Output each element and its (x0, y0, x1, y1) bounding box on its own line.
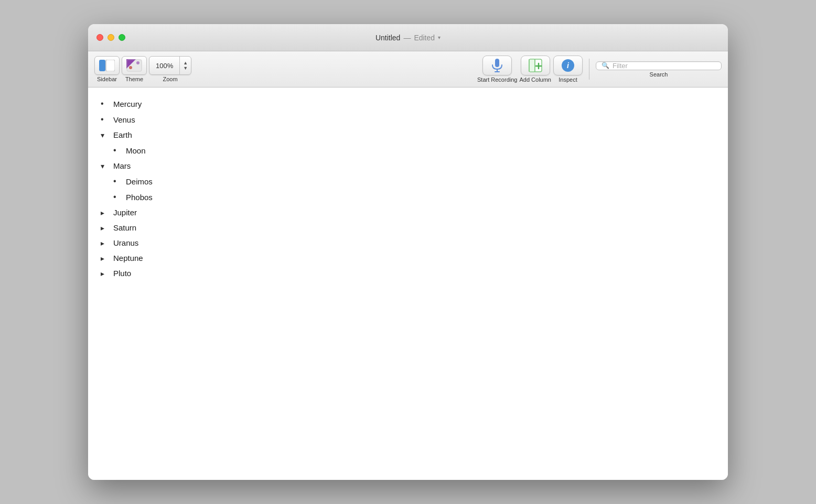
tree-item-label: Uranus (113, 238, 138, 247)
sidebar-label: Sidebar (97, 76, 117, 82)
toolbar: Sidebar Theme 100% ▲ ▼ (88, 51, 728, 87)
tree-item-label: Saturn (113, 223, 136, 232)
bullet-icon (113, 146, 124, 155)
bullet-icon (113, 192, 124, 202)
tree-item-pluto[interactable]: Pluto (88, 266, 728, 281)
bullet-icon (101, 115, 111, 124)
tree-item-jupiter[interactable]: Jupiter (88, 205, 728, 220)
svg-point-6 (136, 61, 139, 64)
tree-item-label: Pluto (113, 269, 131, 278)
zoom-arrows[interactable]: ▲ ▼ (179, 57, 191, 74)
zoom-toolbar-item[interactable]: 100% ▲ ▼ Zoom (149, 56, 191, 82)
svg-rect-8 (495, 59, 499, 67)
search-icon: 🔍 (602, 62, 609, 69)
svg-rect-0 (99, 60, 105, 71)
tree-item-mars[interactable]: Mars (88, 158, 728, 173)
tree-item-label: Mars (113, 161, 131, 170)
sidebar-toolbar-item[interactable]: Sidebar (94, 56, 120, 82)
inspect-icon: i (562, 59, 574, 72)
tree-item-label: Venus (113, 115, 135, 124)
chevron-right-icon (101, 254, 111, 262)
chevron-right-icon (101, 269, 111, 278)
tree-item-venus[interactable]: Venus (88, 112, 728, 127)
tree-item-uranus[interactable]: Uranus (88, 235, 728, 250)
add-column-icon (529, 59, 542, 72)
tree-item-mercury[interactable]: Mercury (88, 96, 728, 112)
add-column-toolbar-item[interactable]: Add Column (519, 56, 551, 83)
theme-toolbar-item[interactable]: Theme (122, 56, 147, 82)
svg-rect-1 (106, 60, 115, 71)
tree-item-deimos[interactable]: Deimos (88, 173, 728, 189)
titlebar: Untitled — Edited ▾ (88, 24, 728, 51)
title-separator: — (403, 34, 411, 42)
title-text: Untitled (375, 34, 400, 42)
microphone-icon (491, 59, 503, 72)
zoom-up-arrow[interactable]: ▲ (183, 61, 188, 65)
tree-item-label: Mercury (113, 100, 142, 108)
sidebar-icon (99, 60, 115, 71)
traffic-lights (96, 34, 125, 41)
minimize-button[interactable] (108, 34, 114, 41)
bullet-icon (113, 177, 124, 186)
search-label: Search (650, 71, 668, 78)
tree-item-label: Moon (126, 146, 146, 155)
inspect-label: Inspect (559, 76, 577, 83)
add-column-button[interactable] (521, 56, 550, 75)
theme-icon (126, 59, 142, 72)
tree-item-phobos[interactable]: Phobos (88, 189, 728, 205)
content-area: MercuryVenusEarthMoonMarsDeimosPhobosJup… (88, 87, 728, 480)
chevron-down-icon (101, 131, 111, 139)
start-recording-toolbar-item[interactable]: Start Recording (477, 56, 517, 83)
theme-label: Theme (125, 76, 143, 82)
chevron-right-icon (101, 239, 111, 247)
search-toolbar-item[interactable]: 🔍 Filter Search (596, 61, 722, 78)
zoom-down-arrow[interactable]: ▼ (183, 66, 188, 71)
tree-item-label: Earth (113, 130, 132, 139)
zoom-value: 100% (149, 62, 179, 70)
maximize-button[interactable] (119, 34, 125, 41)
sidebar-button[interactable] (94, 56, 120, 75)
tree-item-label: Phobos (126, 193, 153, 202)
theme-button[interactable] (122, 56, 147, 75)
inspect-toolbar-item[interactable]: i Inspect (553, 56, 583, 83)
svg-rect-12 (529, 59, 535, 72)
inspect-button[interactable]: i (553, 56, 583, 75)
chevron-right-icon (101, 224, 111, 232)
add-column-label: Add Column (519, 76, 551, 83)
chevron-right-icon (101, 209, 111, 217)
start-recording-button[interactable] (482, 56, 512, 75)
tree-item-label: Jupiter (113, 208, 137, 217)
close-button[interactable] (96, 34, 103, 41)
bullet-icon (101, 99, 111, 108)
search-bar[interactable]: 🔍 Filter (596, 61, 722, 70)
tree-item-neptune[interactable]: Neptune (88, 250, 728, 266)
title-edited: Edited (414, 34, 435, 42)
search-placeholder: Filter (613, 62, 628, 70)
svg-point-7 (129, 66, 132, 69)
toolbar-separator (589, 59, 589, 80)
tree-item-earth[interactable]: Earth (88, 127, 728, 143)
tree-item-label: Neptune (113, 254, 143, 262)
start-recording-label: Start Recording (477, 76, 517, 83)
chevron-down-icon (101, 162, 111, 170)
tree-item-label: Deimos (126, 177, 153, 186)
window-title: Untitled — Edited ▾ (375, 34, 441, 42)
zoom-label: Zoom (163, 76, 178, 82)
tree-item-saturn[interactable]: Saturn (88, 220, 728, 235)
tree-item-moon[interactable]: Moon (88, 143, 728, 158)
zoom-button[interactable]: 100% ▲ ▼ (149, 56, 191, 75)
app-window: Untitled — Edited ▾ Sidebar (88, 24, 728, 480)
title-chevron[interactable]: ▾ (438, 35, 441, 40)
